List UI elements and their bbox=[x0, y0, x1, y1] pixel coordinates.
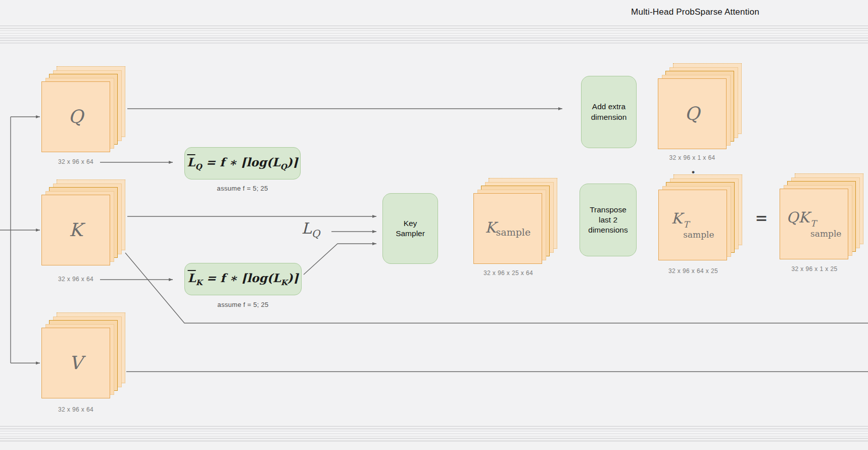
assume-note-lk: assume f = 5; 25 bbox=[187, 301, 299, 308]
v-input-dims: 32 x 96 x 64 bbox=[25, 406, 126, 413]
qkt-sample-dims: 32 x 96 x 1 x 25 bbox=[764, 265, 865, 273]
tensor-stack-k-input[interactable]: K bbox=[41, 179, 125, 265]
q-expanded-dims: 32 x 96 x 1 x 64 bbox=[642, 154, 743, 161]
tensor-stack-k-sample[interactable]: Ksample bbox=[473, 178, 557, 264]
process-box-add-extra-dimension[interactable]: Add extra dimension bbox=[581, 76, 637, 148]
q-input-dims: 32 x 96 x 64 bbox=[25, 158, 126, 165]
tensor-stack-q-expanded[interactable]: Q bbox=[658, 63, 742, 149]
arrow-lk-formula-to-key-sampler bbox=[304, 244, 376, 275]
qkt-sample-label: QKTsample bbox=[787, 210, 842, 238]
k-input-dims: 32 x 96 x 64 bbox=[25, 276, 126, 283]
formula-lq: LQ = f ∗ ⌈log(LQ)⌉ bbox=[187, 155, 298, 172]
process-box-transpose[interactable]: Transpose last 2 dimensions bbox=[580, 184, 637, 256]
kt-sample-label: KTsample bbox=[671, 211, 714, 239]
tensor-stack-q-input[interactable]: Q bbox=[41, 66, 125, 152]
k-input-label: K bbox=[69, 221, 83, 239]
kt-sample-dims: 32 x 96 x 64 x 25 bbox=[643, 267, 744, 275]
assume-note-lq: assume f = 5; 25 bbox=[187, 185, 298, 192]
tensor-stack-kt-sample[interactable]: KTsample bbox=[658, 174, 742, 260]
tensor-stack-qkt-sample[interactable]: QKTsample bbox=[780, 173, 863, 259]
equals-sign: = bbox=[751, 210, 771, 226]
q-expanded-label: Q bbox=[685, 105, 700, 123]
q-input-label: Q bbox=[68, 108, 83, 126]
k-sample-dims: 32 x 96 x 25 x 64 bbox=[458, 269, 559, 277]
process-box-key-sampler[interactable]: Key Sampler bbox=[382, 193, 438, 264]
formula-box-lk[interactable]: LK = f ∗ ⌈log(LK)⌉ bbox=[184, 263, 302, 295]
formula-lk: LK = f ∗ ⌈log(LK)⌉ bbox=[187, 271, 298, 288]
diagram-canvas: Multi-Head ProbSparse Attention bbox=[0, 0, 868, 450]
tensor-stack-v-input[interactable]: V bbox=[41, 312, 125, 398]
v-input-label: V bbox=[69, 354, 82, 372]
k-sample-label: Ksample bbox=[485, 220, 531, 237]
formula-box-lq[interactable]: LQ = f ∗ ⌈log(LQ)⌉ bbox=[184, 147, 301, 179]
lq-annotation: LQ bbox=[291, 221, 331, 239]
